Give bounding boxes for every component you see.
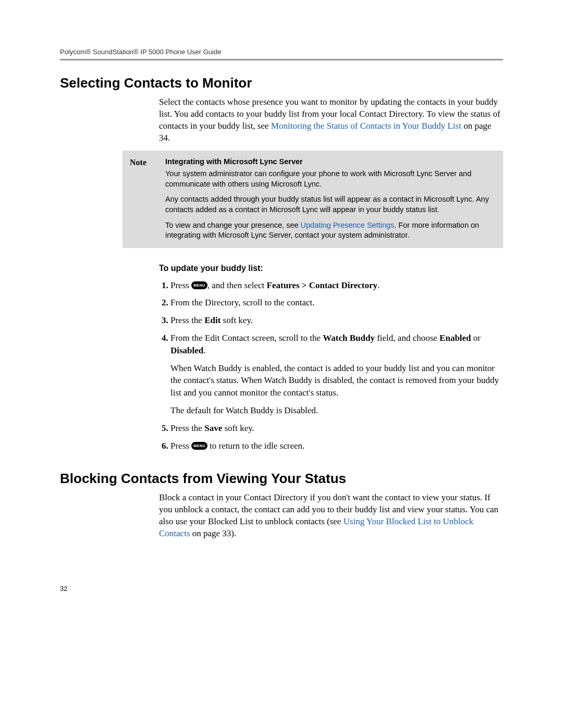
link-monitoring-status[interactable]: Monitoring the Status of Contacts in You…	[271, 121, 461, 131]
note-box: Note Integrating with Microsoft Lync Ser…	[123, 151, 503, 248]
step5-b: Save	[204, 423, 222, 433]
note-p3-pre: To view and change your presence, see	[165, 221, 301, 229]
step3-b: Edit	[204, 315, 221, 325]
menu-button-icon: MENU	[191, 281, 207, 289]
note-body: Integrating with Microsoft Lync Server Y…	[165, 157, 496, 241]
step-6: Press MENU to return to the idle screen.	[170, 440, 503, 452]
step1-bold: Features > Contact Directory	[267, 280, 378, 290]
note-label: Note	[130, 157, 154, 241]
step4-a: From the Edit Contact screen, scroll to …	[170, 333, 323, 343]
step-2: From the Directory, scroll to the contac…	[170, 297, 503, 309]
step5-c: soft key.	[222, 423, 254, 433]
step1-post-b: .	[377, 280, 380, 290]
step4-extra2: The default for Watch Buddy is Disabled.	[170, 404, 503, 417]
procedure-title: To update your buddy list:	[159, 264, 503, 273]
step4-f: Disabled	[170, 346, 203, 355]
section1-body: Select the contacts whose presence you w…	[159, 96, 503, 144]
step1-post-a: , and then select	[207, 280, 267, 290]
step-5: Press the Save soft key.	[170, 422, 503, 435]
step3-a: Press the	[170, 315, 204, 325]
section1-intro: Select the contacts whose presence you w…	[159, 96, 503, 144]
step6-post: to return to the idle screen.	[207, 441, 304, 451]
page-number: 32	[60, 585, 67, 593]
note-p2: Any contacts added through your buddy st…	[165, 194, 496, 215]
step4-b: Watch Buddy	[323, 333, 375, 343]
step1-pre: Press	[170, 280, 191, 290]
section2-paragraph: Block a contact in your Contact Director…	[159, 492, 503, 540]
step-4: From the Edit Contact screen, scroll to …	[170, 332, 503, 417]
step5-a: Press the	[170, 423, 204, 433]
section-heading-blocking: Blocking Contacts from Viewing Your Stat…	[60, 471, 503, 487]
step6-pre: Press	[170, 441, 191, 451]
note-p3: To view and change your presence, see Up…	[165, 220, 496, 241]
step-1: Press MENU, and then select Features > C…	[170, 279, 503, 292]
section2-body: Block a contact in your Contact Director…	[159, 492, 503, 540]
step-3: Press the Edit soft key.	[170, 314, 503, 327]
s2-post: on page 33).	[190, 528, 237, 538]
menu-button-icon: MENU	[191, 442, 207, 450]
step4-c: field, and choose	[375, 333, 439, 343]
step3-c: soft key.	[221, 315, 253, 325]
link-updating-presence[interactable]: Updating Presence Settings	[301, 221, 395, 229]
section-heading-selecting: Selecting Contacts to Monitor	[60, 75, 503, 91]
note-title: Integrating with Microsoft Lync Server	[165, 157, 496, 167]
running-header: Polycom® SoundStation® IP 5000 Phone Use…	[60, 48, 503, 56]
page: Polycom® SoundStation® IP 5000 Phone Use…	[0, 0, 563, 728]
procedure-block: To update your buddy list: Press MENU, a…	[159, 264, 503, 452]
step4-extra1: When Watch Buddy is enabled, the contact…	[170, 362, 503, 399]
step4-d: Enabled	[439, 333, 471, 343]
header-rule	[60, 59, 503, 60]
note-p1: Your system administrator can configure …	[165, 169, 496, 189]
step4-g: .	[203, 346, 205, 355]
steps-list: Press MENU, and then select Features > C…	[159, 279, 503, 452]
step4-e: or	[471, 333, 481, 343]
